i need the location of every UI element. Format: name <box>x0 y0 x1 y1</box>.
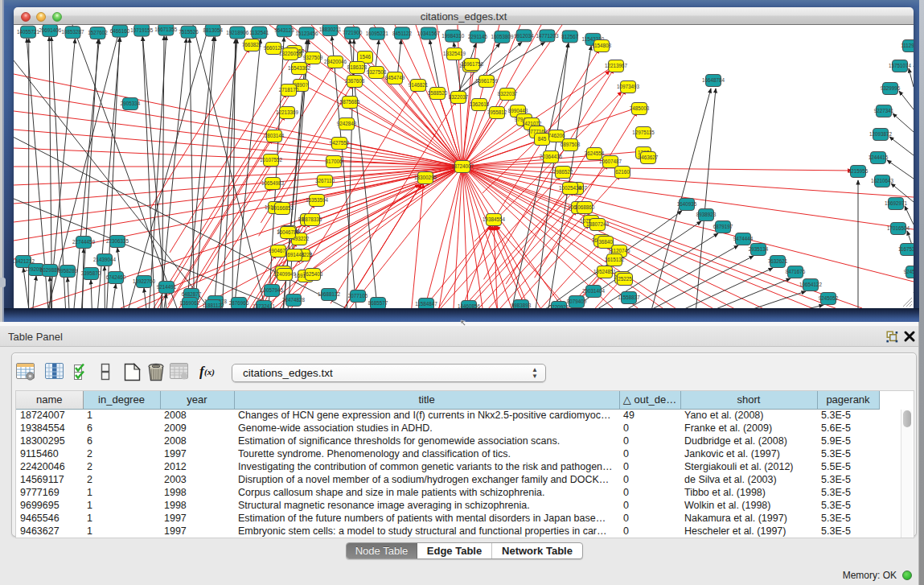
svg-text:6482877: 6482877 <box>182 291 202 297</box>
svg-text:11558837: 11558837 <box>618 295 640 300</box>
svg-text:19984310: 19984310 <box>441 33 465 39</box>
svg-text:7515526: 7515526 <box>179 29 199 35</box>
svg-text:3624554: 3624554 <box>585 150 605 156</box>
svg-text:8369062: 8369062 <box>180 300 200 306</box>
svg-text:17016504: 17016504 <box>887 225 910 231</box>
svg-text:1068860: 1068860 <box>575 204 595 210</box>
svg-text:9660124: 9660124 <box>264 45 284 51</box>
svg-text:9474444: 9474444 <box>733 236 754 241</box>
svg-text:15751074: 15751074 <box>889 63 912 68</box>
svg-text:20364436: 20364436 <box>540 154 563 159</box>
svg-text:8990443: 8990443 <box>508 108 528 113</box>
svg-text:1588520: 1588520 <box>428 90 448 96</box>
svg-text:10719155: 10719155 <box>130 27 154 33</box>
svg-text:1112974: 1112974 <box>901 43 914 48</box>
svg-text:2876966: 2876966 <box>229 300 249 306</box>
svg-text:15123456: 15123456 <box>295 31 318 36</box>
svg-text:9327508: 9327508 <box>367 69 387 75</box>
svg-text:8813054: 8813054 <box>203 27 223 33</box>
svg-text:22474828: 22474828 <box>282 297 306 303</box>
svg-text:9643123: 9643123 <box>274 27 294 33</box>
svg-text:7986522: 7986522 <box>553 169 573 175</box>
svg-text:9958289: 9958289 <box>58 268 78 274</box>
svg-text:3395870: 3395870 <box>81 270 101 276</box>
svg-text:10853287: 10853287 <box>61 29 84 35</box>
svg-text:(x): (x) <box>204 367 215 377</box>
svg-text:1362615: 1362615 <box>470 101 490 107</box>
svg-text:2803144: 2803144 <box>265 133 285 138</box>
svg-text:9242848: 9242848 <box>337 121 357 126</box>
svg-text:9214491: 9214491 <box>157 284 177 290</box>
svg-text:2291145: 2291145 <box>468 34 488 39</box>
svg-text:9327509: 9327509 <box>303 55 323 60</box>
svg-text:1615132: 1615132 <box>605 257 625 262</box>
svg-text:8079409: 8079409 <box>567 299 587 304</box>
svg-text:10973493: 10973493 <box>617 84 640 89</box>
svg-text:22306335: 22306335 <box>106 238 129 244</box>
svg-text:20031404: 20031404 <box>582 288 606 294</box>
svg-text:10107552: 10107552 <box>260 157 283 163</box>
svg-text:1691448: 1691448 <box>285 252 305 257</box>
svg-text:19218906: 19218906 <box>226 30 249 35</box>
svg-text:19524851: 19524851 <box>593 269 617 274</box>
svg-text:18922760: 18922760 <box>133 278 156 284</box>
svg-text:8451122: 8451122 <box>392 31 413 36</box>
svg-text:2367608: 2367608 <box>345 78 365 84</box>
svg-text:62160: 62160 <box>615 169 630 175</box>
svg-text:8322037: 8322037 <box>498 91 518 97</box>
svg-text:2905334: 2905334 <box>121 101 141 106</box>
svg-text:9427552: 9427552 <box>330 140 350 146</box>
svg-text:8471676: 8471676 <box>786 269 806 274</box>
svg-text:7485003: 7485003 <box>630 105 650 111</box>
svg-text:18300295: 18300295 <box>414 175 437 180</box>
svg-text:8685577: 8685577 <box>368 300 388 306</box>
svg-text:10654983: 10654983 <box>261 180 285 186</box>
svg-text:13226058: 13226058 <box>279 51 302 56</box>
svg-text:11584847: 11584847 <box>415 301 437 307</box>
svg-text:12213369: 12213369 <box>276 109 299 115</box>
svg-text:8878335: 8878335 <box>302 216 322 222</box>
svg-text:10025438: 10025438 <box>559 185 582 191</box>
svg-text:8938923: 8938923 <box>696 212 717 217</box>
svg-text:8322037: 8322037 <box>449 94 469 100</box>
svg-text:12213967: 12213967 <box>605 63 628 68</box>
svg-text:6879197: 6879197 <box>713 224 733 229</box>
svg-text:16095221: 16095221 <box>366 31 389 36</box>
svg-text:18807249: 18807249 <box>586 221 610 227</box>
svg-text:23420046: 23420046 <box>324 59 347 64</box>
svg-text:812567: 812567 <box>561 34 579 39</box>
svg-text:1167533: 1167533 <box>898 246 914 252</box>
svg-text:317006: 317006 <box>325 159 343 164</box>
svg-text:16543362: 16543362 <box>288 65 311 71</box>
svg-text:6742460: 6742460 <box>106 274 126 280</box>
svg-text:8215955: 8215955 <box>848 168 869 174</box>
svg-text:9983893: 9983893 <box>511 303 532 308</box>
svg-text:12093872: 12093872 <box>869 131 893 137</box>
svg-text:10654122: 10654122 <box>799 282 823 287</box>
svg-text:22744459: 22744459 <box>72 239 96 245</box>
svg-text:845: 845 <box>538 136 547 142</box>
svg-text:9227341: 9227341 <box>874 108 894 113</box>
svg-text:16210643: 16210643 <box>871 178 894 183</box>
svg-text:16671355: 16671355 <box>154 27 178 32</box>
svg-text:13325419: 13325419 <box>443 51 466 56</box>
svg-text:16961759: 16961759 <box>475 78 499 84</box>
svg-text:18724007: 18724007 <box>451 163 474 169</box>
svg-text:3267110: 3267110 <box>315 178 335 183</box>
svg-text:10057945: 10057945 <box>261 287 284 293</box>
svg-text:16648784: 16648784 <box>702 77 725 83</box>
svg-text:16961758: 16961758 <box>461 61 484 67</box>
svg-text:10341567: 10341567 <box>417 31 441 36</box>
svg-text:6897508: 6897508 <box>561 142 581 147</box>
svg-text:15692971: 15692971 <box>885 200 908 206</box>
svg-text:1154808: 1154808 <box>592 43 612 48</box>
svg-text:11120746: 11120746 <box>608 248 630 253</box>
svg-text:7955812: 7955812 <box>487 109 507 115</box>
svg-text:746206: 746206 <box>548 133 565 138</box>
svg-text:21439044: 21439044 <box>93 257 117 262</box>
svg-text:19384554: 19384554 <box>483 216 506 222</box>
svg-text:19688132: 19688132 <box>318 291 341 297</box>
svg-text:11881122: 11881122 <box>202 303 224 308</box>
svg-text:25225: 25225 <box>618 276 632 282</box>
svg-text:1527602: 1527602 <box>88 30 108 35</box>
